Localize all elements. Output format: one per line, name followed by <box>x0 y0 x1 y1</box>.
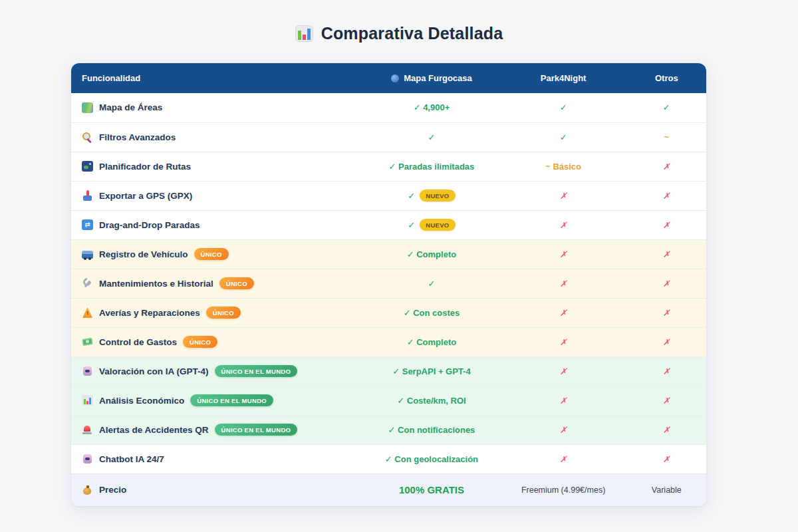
cross-mark: ✗ <box>663 191 670 201</box>
check-mark: ✓ <box>408 220 415 230</box>
banknote-icon <box>82 336 93 347</box>
feature-cell: Filtros Avanzados <box>71 122 363 152</box>
value-cell: ✗ <box>500 210 627 239</box>
feature-cell: Mantenimientos e HistorialÚNICO <box>71 269 363 298</box>
header-row: Funcionalidad Mapa Furgocasa Park4Night … <box>71 63 706 93</box>
feature-wrap: Mapa de Áreas <box>71 102 363 113</box>
feature-label: Precio <box>99 485 126 495</box>
value-cell: ✗ <box>627 239 706 269</box>
feature-wrap: Mantenimientos e HistorialÚNICO <box>71 277 363 289</box>
column-header-mapa-furgocasa: Mapa Furgocasa <box>363 63 499 93</box>
bar-chart-icon <box>82 395 93 406</box>
value-cell: ~ Básico <box>500 152 627 181</box>
value-cell: ✗ <box>500 298 627 327</box>
value-cell: ✓ 4,900+ <box>363 93 499 122</box>
table-row: Averías y ReparacionesÚNICO✓ Con costes✗… <box>71 298 706 327</box>
unico-badge: ÚNICO <box>194 248 229 260</box>
feature-label: Averías y Reparaciones <box>99 308 200 318</box>
value-cell: ✗ <box>627 415 706 444</box>
feature-cell: Chatbot IA 24/7 <box>71 444 363 473</box>
blue-sphere-icon <box>391 74 399 82</box>
table-row: Control de GastosÚNICO✓ Completo✗✗ <box>71 327 706 356</box>
feature-label: Mantenimientos e Historial <box>99 279 213 289</box>
check-mark: ✓ Completo <box>407 249 456 259</box>
feature-wrap: Averías y ReparacionesÚNICO <box>71 307 363 319</box>
tilde-mark: ~ <box>664 132 670 142</box>
magnifier-icon <box>82 132 93 142</box>
table-row: Planificador de Rutas✓ Paradas ilimitada… <box>71 152 706 181</box>
cross-mark: ✗ <box>560 249 567 259</box>
cross-mark: ✗ <box>663 396 670 406</box>
feature-label: Planificador de Rutas <box>99 162 191 172</box>
value-cell: ✗ <box>627 210 706 239</box>
value-cell: ✓ <box>363 269 499 298</box>
column-label: Park4Night <box>541 73 587 83</box>
robot-icon <box>82 366 93 376</box>
value-cell: ✗ <box>627 181 706 210</box>
cross-mark: ✗ <box>663 425 670 435</box>
feature-wrap: Planificador de Rutas <box>71 161 363 172</box>
feature-cell: Valoración con IA (GPT-4)ÚNICO EN EL MUN… <box>71 356 363 386</box>
cross-mark: ✗ <box>663 162 670 172</box>
price-value: 100% GRATIS <box>399 484 464 495</box>
check-mark: ✓ Con geolocalización <box>385 454 478 464</box>
feature-wrap: Filtros Avanzados <box>71 132 363 142</box>
table-row: Mapa de Áreas✓ 4,900+✓✓ <box>71 93 706 122</box>
price-cell: Freemium (4.99€/mes) <box>500 473 627 506</box>
unico-badge: ÚNICO <box>206 307 241 319</box>
cross-mark: ✗ <box>663 279 670 289</box>
table-header: Funcionalidad Mapa Furgocasa Park4Night … <box>71 63 706 93</box>
cross-mark: ✗ <box>663 454 670 464</box>
column-header-otros: Otros <box>627 63 706 93</box>
column-header-park4night: Park4Night <box>500 63 627 93</box>
value-cell: ✓ Coste/km, ROI <box>363 386 499 415</box>
value-cell: ✗ <box>500 386 627 415</box>
world-map-icon <box>82 102 93 113</box>
check-mark: ✓ Completo <box>407 337 456 347</box>
route-map-icon <box>82 161 93 172</box>
cross-mark: ✗ <box>663 308 670 318</box>
feature-wrap: Registro de VehículoÚNICO <box>71 248 363 260</box>
value-cell: ✓ Con geolocalización <box>363 444 499 473</box>
price-cell: 100% GRATIS <box>363 473 499 506</box>
cross-mark: ✗ <box>663 249 670 259</box>
value-cell: ✓ Con notificaciones <box>363 415 499 444</box>
value-cell: ✓ Con costes <box>363 298 499 327</box>
value-cell: ✗ <box>500 415 627 444</box>
feature-cell: Análisis EconómicoÚNICO EN EL MUNDO <box>71 386 363 415</box>
gps-pin-icon <box>82 190 93 201</box>
robot-icon <box>82 454 93 464</box>
column-header-funcionalidad: Funcionalidad <box>71 63 363 93</box>
cross-mark: ✗ <box>560 366 567 376</box>
cross-mark: ✗ <box>560 396 567 406</box>
feature-cell: Control de GastosÚNICO <box>71 327 363 356</box>
value-cell: ✗ <box>627 444 706 473</box>
feature-cell: Exportar a GPS (GPX) <box>71 181 363 210</box>
feature-cell: Averías y ReparacionesÚNICO <box>71 298 363 327</box>
value-cell: ✗ <box>627 269 706 298</box>
value-cell: ✓ Paradas ilimitadas <box>363 152 499 181</box>
price-value: Freemium (4.99€/mes) <box>521 485 605 495</box>
value-cell: ✓ <box>500 122 627 152</box>
cross-mark: ✗ <box>560 454 567 464</box>
column-label: Mapa Furgocasa <box>404 73 472 83</box>
price-cell: Variable <box>627 473 706 506</box>
price-row: Precio100% GRATISFreemium (4.99€/mes)Var… <box>71 473 706 506</box>
table-row: Mantenimientos e HistorialÚNICO✓✗✗ <box>71 269 706 298</box>
unico-mundo-badge: ÚNICO EN EL MUNDO <box>190 394 273 406</box>
shuffle-arrows-icon <box>82 219 93 230</box>
value-cell: ✗ <box>627 356 706 386</box>
feature-wrap: Drag-and-Drop Paradas <box>71 219 363 230</box>
cross-mark: ✗ <box>560 220 567 230</box>
check-mark: ✓ <box>408 191 415 201</box>
feature-label: Filtros Avanzados <box>99 132 176 142</box>
unico-badge: ÚNICO <box>219 277 254 289</box>
feature-wrap: Alertas de Accidentes QRÚNICO EN EL MUND… <box>71 424 363 436</box>
value-cell: ✓ <box>363 122 499 152</box>
feature-cell: Planificador de Rutas <box>71 152 363 181</box>
comparison-card: Funcionalidad Mapa Furgocasa Park4Night … <box>71 63 706 506</box>
check-mark: ✓ <box>560 102 567 112</box>
feature-label: Exportar a GPS (GPX) <box>99 191 192 201</box>
value-cell: ✓NUEVO <box>363 210 499 239</box>
siren-icon <box>82 424 93 435</box>
